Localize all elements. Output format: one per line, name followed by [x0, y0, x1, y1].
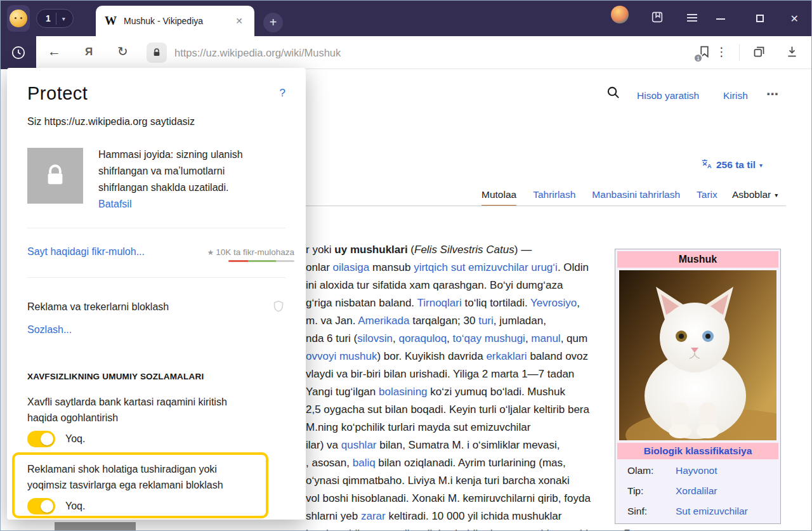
text-segment: ,: [525, 332, 531, 344]
user-avatar[interactable]: [611, 6, 629, 23]
wiki-link[interactable]: turi: [478, 315, 494, 327]
wiki-link[interactable]: qoraquloq: [398, 332, 447, 344]
wiki-link[interactable]: toʻqay mushugi: [453, 332, 525, 344]
profile-button[interactable]: [7, 5, 30, 32]
tab-close-icon[interactable]: ✕: [233, 15, 246, 27]
tab-count-label: 1: [43, 13, 56, 23]
chevron-down-icon: ▾: [759, 162, 763, 169]
tools-label: Asboblar: [732, 189, 771, 200]
bookmarks-panel-icon[interactable]: [650, 10, 664, 27]
text-segment: vlaydi va bir-biri bilan urishadi. Yilig…: [306, 368, 574, 380]
wiki-tools-menu[interactable]: Asboblar ▾: [732, 189, 778, 200]
chevron-down-icon[interactable]: ▾: [56, 13, 67, 25]
bank-warning-toggle[interactable]: [27, 431, 55, 447]
adblock-settings-link[interactable]: Sozlash...: [27, 324, 72, 336]
infobox-table: Olam:HayvonotTip:XordalilarSinf:Sut emiz…: [617, 461, 778, 521]
text-segment: ,: [447, 332, 452, 344]
toggle-state-label: Yoq.: [65, 501, 85, 512]
back-button[interactable]: ←: [48, 44, 61, 59]
article-line: m. va Jan. Amerikada tarqalgan; 30 turi,…: [306, 312, 630, 330]
tab-counter[interactable]: 1 ▾: [36, 9, 74, 28]
article-line: ini aloxida tur sifatida xam qarashgan. …: [306, 277, 630, 294]
login-link[interactable]: Kirish: [723, 90, 748, 102]
text-segment: nda 6 turi (: [306, 332, 357, 344]
wiki-link[interactable]: Tirnoqlari: [417, 297, 462, 309]
help-link[interactable]: ?: [280, 87, 285, 100]
wiki-link[interactable]: erkaklari: [486, 350, 527, 362]
sidebar-button[interactable]: [1, 36, 36, 69]
collections-icon[interactable]: 1: [698, 45, 711, 61]
taxon-link[interactable]: Sut emizuvchilar: [672, 501, 778, 521]
wiki-link[interactable]: Yevrosiyo: [530, 297, 577, 309]
wiki-link[interactable]: qushlar: [341, 439, 377, 451]
text-segment: ) bor. Kuyikish davrida: [377, 350, 486, 362]
browser-window: 1 ▾ W Mushuk - Vikipediya ✕ + ✕: [0, 0, 812, 531]
maximize-button[interactable]: [756, 15, 764, 22]
divider: [27, 277, 285, 278]
wiki-tab-tahrirlash[interactable]: Tahrirlash: [533, 189, 575, 206]
text-segment: . Oldin: [558, 261, 589, 273]
shared-tabs-icon[interactable]: [752, 45, 766, 61]
article-line: vlaydi va bir-biri bilan urishadi. Yilig…: [306, 365, 630, 383]
wiki-link[interactable]: manul: [531, 332, 560, 344]
wiki-link[interactable]: silovsin: [357, 332, 393, 344]
create-account-link[interactable]: Hisob yaratish: [637, 90, 699, 102]
chevron-down-icon: ▾: [775, 192, 778, 199]
text-segment: , jumladan,: [494, 315, 546, 327]
text-segment: kemiruvchilarga ov qilganligi sababli od…: [306, 528, 630, 531]
wiki-tab-tarix[interactable]: Tarix: [697, 189, 717, 206]
taxon-link[interactable]: Hayvonot: [672, 461, 778, 481]
infobox-row: Sinf:Sut emizuvchilar: [617, 501, 778, 521]
wiki-link[interactable]: bolasining: [379, 386, 428, 398]
site-feedback-link[interactable]: Sayt haqidagi fikr-muloh...: [27, 246, 145, 258]
address-bar[interactable]: https://uz.wikipedia.org/wiki/Mushuk: [174, 36, 341, 69]
language-icon: A: [701, 158, 712, 172]
new-tab-button[interactable]: +: [263, 13, 283, 32]
article-line: vol boshi hisoblanadi. Xonaki M. kemiruv…: [306, 490, 630, 508]
star-icon: ★: [207, 248, 214, 257]
wiki-link[interactable]: oilasiga: [333, 261, 370, 273]
text-segment: Yangi tugʻilgan: [306, 386, 379, 398]
text-segment: koʻzi yumuq boʻladi. Mushuk: [428, 386, 565, 398]
wiki-link[interactable]: Amerikada: [358, 315, 409, 327]
language-selector[interactable]: A 256 ta til ▾: [701, 158, 763, 172]
wiki-tab-mutolaa[interactable]: Mutolaa: [481, 189, 516, 206]
wiki-link[interactable]: zarar: [361, 510, 386, 522]
menu-icon[interactable]: [686, 12, 698, 26]
connection-secure-text: Hammasi joyida: sizning ulanishshifrlang…: [98, 147, 295, 196]
wiki-link[interactable]: yirtqich sut emizuvchilar urugʻi: [414, 261, 558, 273]
user-menu-icon[interactable]: ⋯: [766, 87, 778, 102]
adblock-title: Reklama va trekerlarni bloklash: [27, 301, 169, 313]
article-line: shlarni yeb zarar keltiradi. 10 000 yil …: [306, 508, 630, 525]
text-segment: vol boshi hisoblanadi. Xonaki M. kemiruv…: [306, 492, 591, 504]
cat-photo[interactable]: [619, 270, 776, 440]
text-segment: gʻriga nisbatan baland.: [306, 297, 417, 309]
close-window-button[interactable]: ✕: [788, 11, 801, 26]
wikipedia-favicon: W: [105, 14, 117, 28]
yandex-icon[interactable]: Я: [85, 46, 93, 58]
article-line: ovvoyi mushuk) bor. Kuyikish davrida erk…: [306, 348, 630, 365]
search-icon[interactable]: [606, 85, 620, 102]
text-segment: r yoki: [306, 244, 334, 256]
wiki-link[interactable]: ovvoyi mushuk: [306, 350, 377, 362]
toolbar-more-icon[interactable]: ⋮: [716, 44, 728, 59]
lock-illustration: [27, 148, 83, 204]
collections-badge: 1: [693, 53, 703, 63]
minimize-button[interactable]: [716, 18, 725, 20]
taxon-link[interactable]: Xordalilar: [672, 481, 778, 501]
wiki-link[interactable]: baliq: [353, 457, 376, 469]
browser-tab[interactable]: W Mushuk - Vikipediya ✕: [96, 6, 254, 36]
article-line: onlar oilasiga mansub yirtqich sut emizu…: [306, 259, 630, 277]
reload-button[interactable]: ↻: [117, 44, 128, 59]
text-segment: ) —: [514, 244, 532, 256]
text-segment: ini aloxida tur sifatida xam qarashgan. …: [306, 279, 563, 291]
article-line: Yangi tugʻilgan bolasining koʻzi yumuq b…: [306, 383, 630, 401]
wiki-tab-manbasini-tahrirlash[interactable]: Manbasini tahrirlash: [592, 189, 680, 206]
shock-ads-toggle[interactable]: [27, 498, 55, 515]
details-link[interactable]: Batafsil: [98, 199, 131, 210]
infobox-row: Tip:Xordalilar: [617, 481, 778, 501]
downloads-icon[interactable]: [785, 45, 799, 61]
feedback-summary[interactable]: ★10K ta fikr-mulohaza: [207, 247, 294, 262]
site-lock-button[interactable]: [147, 43, 167, 63]
text-segment: Felis Silvestris Catus: [414, 244, 514, 256]
